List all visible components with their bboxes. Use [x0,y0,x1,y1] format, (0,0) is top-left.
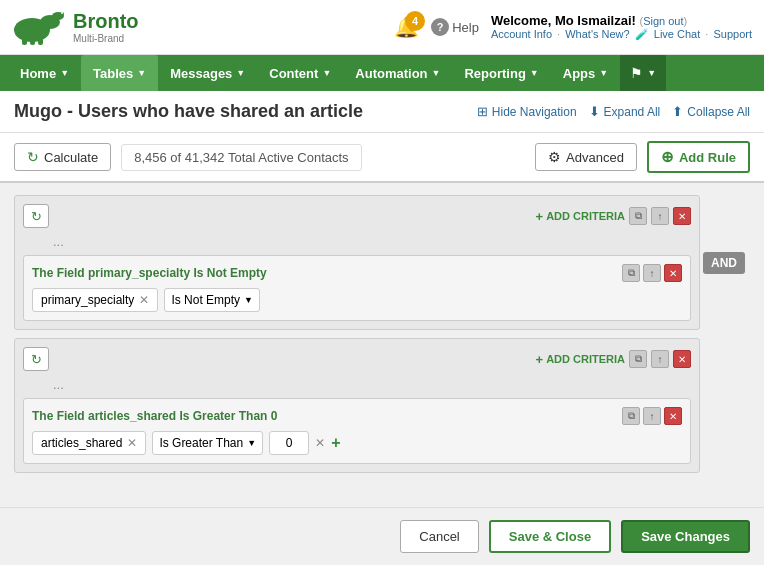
criteria-1-field-remove[interactable]: ✕ [139,293,149,307]
top-header: Bronto Multi-Brand 🔔 4 ? Help Welcome, M… [0,0,764,55]
calculate-button[interactable]: ↻ Calculate [14,143,111,171]
nav-tables-label: Tables [93,66,133,81]
live-chat-link[interactable]: Live Chat [654,28,700,40]
help-label: Help [452,20,479,35]
hide-navigation-label: Hide Navigation [492,105,577,119]
rule-2-up-button[interactable]: ↑ [651,350,669,368]
criteria-2-value-add[interactable]: + [331,434,340,452]
rule-2-right-controls: + ADD CRITERIA ⧉ ↑ ✕ [536,350,691,368]
main-content: ↻ + ADD CRITERIA ⧉ ↑ ✕ ... The Field pri… [0,183,764,493]
nav-apps[interactable]: Apps ▼ [551,55,620,91]
rule-block-1: ↻ + ADD CRITERIA ⧉ ↑ ✕ ... The Field pri… [14,195,700,330]
collapse-all-label: Collapse All [687,105,750,119]
rule-1-add-criteria-button[interactable]: + ADD CRITERIA [536,209,625,224]
criteria-1-up-button[interactable]: ↑ [643,264,661,282]
nav-messages-label: Messages [170,66,232,81]
nav-apps-label: Apps [563,66,596,81]
nav-messages-arrow: ▼ [236,68,245,78]
rule-2-remove-button[interactable]: ✕ [673,350,691,368]
criteria-1-actions: ⧉ ↑ ✕ [622,264,682,282]
sign-out-link[interactable]: Sign out [643,15,683,27]
rule-1-refresh-button[interactable]: ↻ [23,204,49,228]
criteria-1-operator-value: Is Not Empty [171,293,240,307]
criteria-1-copy-button[interactable]: ⧉ [622,264,640,282]
expand-icon: ⬇ [589,104,600,119]
rule-2-add-criteria-label: ADD CRITERIA [546,353,625,365]
hide-navigation-button[interactable]: ⊞ Hide Navigation [477,104,577,119]
rule-1-dots: ... [23,234,691,249]
nav-automation-arrow: ▼ [432,68,441,78]
rule-2-add-criteria-button[interactable]: + ADD CRITERIA [536,352,625,367]
cancel-button[interactable]: Cancel [400,520,478,553]
rule-1-copy-button[interactable]: ⧉ [629,207,647,225]
add-rule-button[interactable]: ⊕ Add Rule [647,141,750,173]
nav-flag[interactable]: ⚑ ▼ [620,55,666,91]
nav-messages[interactable]: Messages ▼ [158,55,257,91]
notification-count: 4 [405,11,425,31]
rule-block-2: ↻ + ADD CRITERIA ⧉ ↑ ✕ ... The Field art… [14,338,700,473]
svg-rect-4 [22,38,27,45]
rule-1-header: ↻ + ADD CRITERIA ⧉ ↑ ✕ [23,204,691,228]
welcome-section: Welcome, Mo Ismailzai! (Sign out) Accoun… [491,13,752,41]
nav-automation[interactable]: Automation ▼ [343,55,452,91]
help-icon: ? [431,18,449,36]
rule-2-refresh-button[interactable]: ↻ [23,347,49,371]
and-badge: AND [703,252,745,274]
criteria-2-value-remove[interactable]: ✕ [315,436,325,450]
gear-icon: ⚙ [548,149,561,165]
rule-2-dots: ... [23,377,691,392]
criteria-2-remove-button[interactable]: ✕ [664,407,682,425]
nav-content-label: Content [269,66,318,81]
logo: Bronto Multi-Brand [12,8,139,46]
nav-home-label: Home [20,66,56,81]
criteria-2-inputs: articles_shared ✕ Is Greater Than ▼ ✕ + [32,431,682,455]
nav-reporting-label: Reporting [464,66,525,81]
page-title: Mugo - Users who have shared an article [14,101,363,122]
criteria-2-up-button[interactable]: ↑ [643,407,661,425]
rule-1-right-controls: + ADD CRITERIA ⧉ ↑ ✕ [536,207,691,225]
nav-content[interactable]: Content ▼ [257,55,343,91]
svg-point-7 [61,12,63,14]
collapse-icon: ⬆ [672,104,683,119]
notification-bell[interactable]: 🔔 4 [394,15,419,39]
whats-new-link[interactable]: What's New? [565,28,629,40]
rule-2-refresh-icon: ↻ [31,352,42,367]
expand-all-button[interactable]: ⬇ Expand All [589,104,661,119]
criteria-2-value-input[interactable] [269,431,309,455]
criteria-1-operator-select[interactable]: Is Not Empty ▼ [164,288,260,312]
save-changes-button[interactable]: Save Changes [621,520,750,553]
criteria-1-remove-button[interactable]: ✕ [664,264,682,282]
svg-rect-6 [38,38,43,45]
bronto-dino-icon [12,8,67,46]
welcome-text: Welcome, Mo Ismailzai! (Sign out) [491,13,752,28]
rule-1-remove-button[interactable]: ✕ [673,207,691,225]
logo-sub: Multi-Brand [73,33,139,44]
header-right: 🔔 4 ? Help Welcome, Mo Ismailzai! (Sign … [394,13,752,41]
account-info-link[interactable]: Account Info [491,28,552,40]
save-close-button[interactable]: Save & Close [489,520,611,553]
rule-2-plus-icon: + [536,352,544,367]
collapse-all-button[interactable]: ⬆ Collapse All [672,104,750,119]
criteria-1-field-value: primary_specialty [41,293,134,307]
criteria-2-operator-arrow: ▼ [247,438,256,448]
rule-1-up-button[interactable]: ↑ [651,207,669,225]
criteria-2-field-tag: articles_shared ✕ [32,431,146,455]
nav-reporting[interactable]: Reporting ▼ [452,55,550,91]
criteria-2-operator-select[interactable]: Is Greater Than ▼ [152,431,263,455]
criteria-2-field-value: articles_shared [41,436,122,450]
criteria-1-operator-arrow: ▼ [244,295,253,305]
criteria-2-field-remove[interactable]: ✕ [127,436,137,450]
criteria-2: The Field articles_shared Is Greater Tha… [23,398,691,464]
nav-tables[interactable]: Tables ▼ [81,55,158,91]
rule-2-copy-button[interactable]: ⧉ [629,350,647,368]
criteria-1-title-text: The Field primary_specialty Is Not Empty [32,266,267,280]
advanced-button[interactable]: ⚙ Advanced [535,143,637,171]
nav-home[interactable]: Home ▼ [8,55,81,91]
support-link[interactable]: Support [713,28,752,40]
criteria-1-inputs: primary_specialty ✕ Is Not Empty ▼ [32,288,682,312]
criteria-1-field-tag: primary_specialty ✕ [32,288,158,312]
help-link[interactable]: ? Help [431,18,479,36]
page-title-bar: Mugo - Users who have shared an article … [0,91,764,133]
criteria-2-copy-button[interactable]: ⧉ [622,407,640,425]
criteria-2-operator-value: Is Greater Than [159,436,243,450]
